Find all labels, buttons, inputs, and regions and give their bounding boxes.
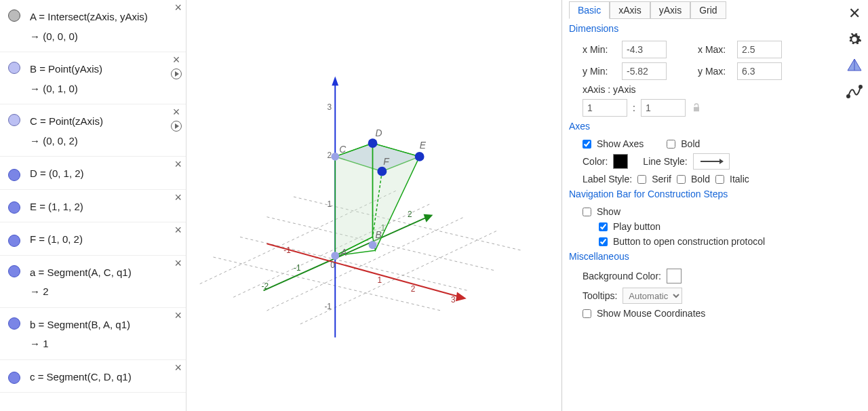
algebra-definition: b = Segment(B, A, q1) [30, 315, 182, 335]
xmin-label: x Min: [583, 44, 616, 55]
xmax-label: x Max: [698, 44, 732, 55]
algebra-definition: F = (1, 0, 2) [30, 230, 182, 250]
italic-checkbox[interactable] [715, 175, 724, 184]
tab-grid[interactable]: Grid [690, 1, 726, 19]
visibility-bullet[interactable] [8, 372, 20, 384]
xmax-input[interactable] [737, 41, 782, 58]
close-icon[interactable]: × [174, 191, 182, 203]
misc-header: Miscellaneous [569, 251, 837, 262]
z-tick: 3 [327, 102, 332, 112]
lock-icon[interactable] [691, 102, 702, 113]
ymin-input[interactable] [622, 62, 667, 80]
close-icon[interactable]: × [174, 257, 182, 269]
properties-panel[interactable]: Basic xAxis yAxis Grid Dimensions x Min:… [561, 0, 841, 411]
algebra-row[interactable]: B = Point(yAxis)→ (0, 1, 0)× [0, 52, 186, 104]
axes-header: Axes [569, 121, 837, 132]
serif-checkbox[interactable] [637, 175, 646, 184]
algebra-row[interactable]: b = Segment(B, A, q1)→ 1× [0, 308, 186, 360]
x-tick: 3 [451, 295, 456, 305]
visibility-bullet[interactable] [8, 317, 20, 330]
visibility-bullet[interactable] [8, 265, 20, 277]
x-tick: 1 [377, 275, 382, 285]
serif-label: Serif [652, 174, 671, 184]
ratio-x-input[interactable] [583, 99, 627, 117]
point-c[interactable] [331, 153, 339, 161]
close-icon[interactable]: × [174, 309, 182, 321]
algebra-row[interactable]: c = Segment(C, D, q1)× [0, 360, 186, 393]
nav-play-checkbox[interactable] [599, 222, 608, 231]
point-a[interactable] [331, 252, 339, 260]
close-icon[interactable]: × [174, 158, 182, 170]
visibility-bullet[interactable] [8, 9, 20, 22]
axes-color-label: Color: [583, 156, 608, 167]
algebra-value: → (0, 0, 2) [30, 132, 182, 151]
close-icon[interactable]: × [174, 1, 182, 14]
close-icon[interactable]: × [174, 361, 182, 374]
point-f[interactable] [377, 167, 387, 176]
visibility-bullet[interactable] [8, 235, 20, 247]
y-tick: 2 [408, 210, 412, 219]
algebra-row[interactable]: E = (1, 1, 2)× [0, 190, 186, 223]
tab-xaxis[interactable]: xAxis [610, 1, 650, 19]
bold-axes-checkbox[interactable] [667, 140, 675, 149]
tab-basic[interactable]: Basic [569, 1, 610, 19]
x-tick: 2 [411, 284, 416, 294]
play-icon[interactable] [171, 68, 182, 79]
close-icon[interactable]: × [174, 224, 182, 236]
tetrahedron-icon[interactable] [846, 57, 863, 73]
visibility-bullet[interactable] [8, 169, 20, 181]
visibility-bullet[interactable] [8, 201, 20, 214]
visibility-bullet[interactable] [8, 114, 20, 126]
algebra-row[interactable]: C = Point(zAxis)→ (0, 0, 2)× [0, 104, 186, 157]
visibility-bullet[interactable] [8, 62, 20, 74]
algebra-row[interactable]: F = (1, 0, 2)× [0, 222, 186, 256]
algebra-row[interactable]: a = Segment(A, C, q1)→ 2× [0, 256, 186, 308]
close-icon[interactable]: × [173, 54, 180, 66]
algebra-definition: A = Intersect(zAxis, yAxis) [30, 7, 182, 27]
point-e[interactable] [415, 152, 425, 161]
show-axes-label: Show Axes [597, 138, 644, 149]
mouse-coords-label: Show Mouse Coordinates [597, 308, 705, 319]
svg-point-22 [847, 95, 850, 98]
close-icon[interactable]: ✕ [846, 5, 863, 22]
bgcolor-label: Background Color: [583, 271, 661, 281]
point-label: B [375, 229, 381, 240]
nav-show-checkbox[interactable] [583, 208, 591, 216]
ratio-y-input[interactable] [641, 99, 686, 117]
line-style-picker[interactable] [693, 153, 730, 170]
point-d[interactable] [368, 138, 378, 148]
xmin-input[interactable] [622, 41, 667, 58]
curve-icon[interactable] [846, 83, 863, 99]
point-label: A [340, 247, 347, 258]
origin-label: 0 [330, 260, 335, 270]
z-tick: -1 [324, 302, 332, 311]
point-b[interactable] [369, 241, 377, 249]
close-icon[interactable]: × [173, 106, 180, 118]
tooltips-label: Tooltips: [583, 290, 617, 301]
point-label: D [375, 128, 382, 138]
tab-yaxis[interactable]: yAxis [650, 1, 690, 19]
bold-label-checkbox[interactable] [677, 175, 686, 184]
italic-label: Italic [730, 174, 749, 184]
nav-protocol-checkbox[interactable] [599, 237, 608, 246]
ymax-input[interactable] [737, 62, 782, 80]
algebra-row[interactable]: A = Intersect(zAxis, yAxis)→ (0, 0, 0)× [0, 0, 186, 52]
z-tick: 1 [327, 199, 332, 209]
svg-marker-11 [424, 214, 433, 222]
bold-label-label: Bold [691, 174, 710, 184]
y-tick: -2 [262, 281, 269, 291]
play-icon[interactable] [171, 121, 182, 132]
3d-viewport[interactable]: 3 2 1 -1 0 -2 -1 1 2 -1 1 2 3 A B C D E … [186, 0, 561, 411]
gear-icon[interactable] [846, 31, 863, 47]
bgcolor-swatch[interactable] [667, 269, 682, 283]
tooltips-select[interactable]: Automatic [623, 288, 682, 304]
label-style-label: Label Style: [583, 174, 632, 184]
algebra-panel[interactable]: A = Intersect(zAxis, yAxis)→ (0, 0, 0)×B… [0, 0, 186, 411]
algebra-definition: c = Segment(C, D, q1) [30, 368, 182, 387]
show-axes-checkbox[interactable] [583, 140, 591, 149]
nav-play-label: Play button [613, 221, 660, 232]
svg-marker-13 [456, 292, 467, 301]
algebra-row[interactable]: D = (0, 1, 2)× [0, 157, 186, 190]
mouse-coords-checkbox[interactable] [583, 309, 591, 318]
axes-color-swatch[interactable] [613, 154, 628, 169]
